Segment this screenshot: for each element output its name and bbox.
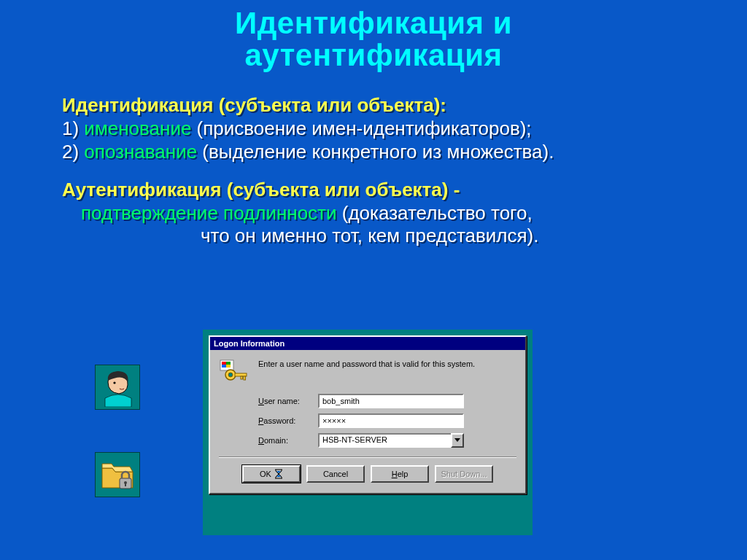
- svg-point-11: [228, 373, 233, 377]
- slide-body: Идентификация (субъекта или объекта): 1)…: [62, 95, 718, 247]
- slide-title: Идентификация и аутентификация: [0, 7, 747, 71]
- button-label: Help: [392, 470, 409, 478]
- svg-rect-13: [241, 376, 243, 379]
- svg-rect-9: [226, 365, 231, 368]
- item-number: 2): [62, 141, 79, 163]
- svg-rect-12: [235, 373, 247, 376]
- button-label: Shut Down...: [441, 470, 487, 478]
- hourglass-icon: [274, 469, 283, 479]
- cancel-button[interactable]: Cancel: [306, 465, 365, 483]
- locked-folder-icon: [95, 452, 140, 497]
- password-label: Password:: [258, 416, 318, 425]
- section-2-line-1: подтверждение подлинности (доказательств…: [62, 203, 718, 225]
- logon-dialog-frame: Logon Information: [203, 330, 533, 535]
- section-1-heading: Идентификация (субъекта или объекта):: [62, 95, 718, 117]
- dialog-body: Enter a user name and password that is v…: [210, 350, 525, 493]
- help-button[interactable]: Help: [371, 465, 429, 483]
- button-label: Cancel: [323, 470, 348, 478]
- dialog-separator: [219, 456, 516, 458]
- item-rest: (выделение конкретного из множества).: [197, 141, 554, 163]
- button-label: OK: [260, 470, 271, 478]
- username-label: User name:: [258, 397, 318, 405]
- section-2-heading: Аутентификация (субъекта или объекта) -: [62, 179, 718, 201]
- password-row: Password:: [258, 413, 516, 428]
- domain-label: Domain:: [258, 436, 318, 445]
- username-input[interactable]: [318, 394, 464, 408]
- line-text: что он именно тот, кем представился).: [201, 225, 539, 246]
- section-1-item-1: 1) именование (присвоение имен-идентифик…: [62, 118, 718, 140]
- username-row: User name:: [258, 394, 516, 408]
- svg-rect-7: [226, 362, 231, 365]
- keyword: подтверждение подлинности: [81, 202, 337, 224]
- title-line-2: аутентификация: [244, 38, 502, 72]
- svg-rect-8: [222, 365, 226, 368]
- section-1-item-2: 2) опознавание (выделение конкретного из…: [62, 141, 718, 163]
- item-number: 1): [62, 117, 79, 139]
- domain-select[interactable]: HSB-NT-SERVER: [318, 433, 464, 448]
- domain-value: HSB-NT-SERVER: [318, 433, 451, 448]
- key-icon: [219, 359, 248, 384]
- dialog-title: Logon Information: [214, 339, 285, 348]
- line-rest: (доказательство того,: [337, 202, 533, 224]
- title-line-1: Идентификация и: [235, 6, 512, 40]
- domain-row: Domain: HSB-NT-SERVER: [258, 433, 516, 448]
- keyword: опознавание: [84, 141, 197, 163]
- section-2-line-2: что он именно тот, кем представился).: [62, 225, 718, 247]
- svg-rect-4: [125, 483, 126, 486]
- item-rest: (присвоение имен-идентификаторов);: [191, 117, 531, 139]
- svg-rect-6: [222, 362, 226, 365]
- password-input[interactable]: [318, 413, 464, 428]
- slide: Идентификация и аутентификация Идентифик…: [0, 0, 747, 560]
- dialog-titlebar: Logon Information: [210, 337, 525, 350]
- ok-button[interactable]: OK: [242, 465, 301, 483]
- svg-rect-14: [244, 376, 246, 380]
- svg-point-1: [113, 381, 115, 384]
- logon-dialog: Logon Information: [209, 335, 527, 494]
- chevron-down-icon: [454, 438, 460, 443]
- dropdown-button[interactable]: [451, 433, 464, 448]
- shutdown-button: Shut Down...: [435, 465, 493, 483]
- keyword: именование: [84, 117, 191, 139]
- dialog-message: Enter a user name and password that is v…: [258, 359, 475, 370]
- user-profile-icon: [95, 365, 140, 410]
- dialog-button-row: OK Cancel Help Shut Down...: [219, 465, 516, 486]
